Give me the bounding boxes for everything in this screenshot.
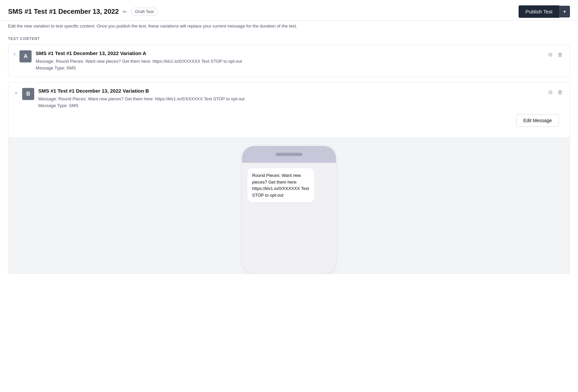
variation-b-copy-button[interactable]: ⧉ [547,88,553,97]
phone-preview-container: Round Pieces: Want new pieces? Get them … [8,138,570,274]
variation-b-title: SMS #1 Test #1 December 13, 2022 Variati… [38,88,542,94]
publish-test-button[interactable]: Publish Test [519,5,559,18]
variation-b-toggle[interactable]: ⌄ [14,89,18,95]
variation-b-body: Edit Message Round Pieces: Want new piec… [8,114,570,274]
variation-b-edit-row: Edit Message [8,114,570,138]
page-subtitle: Edit the new variation to test specific … [0,21,578,34]
variation-card-a: › A SMS #1 Test #1 December 13, 2022 Var… [8,45,570,77]
variation-a-delete-button[interactable]: 🗑 [556,50,564,59]
variation-b-info: SMS #1 Test #1 December 13, 2022 Variati… [38,88,542,109]
message-bubble: Round Pieces: Want new pieces? Get them … [247,168,315,202]
variation-a-header: › A SMS #1 Test #1 December 13, 2022 Var… [8,45,570,77]
publish-dropdown-button[interactable]: ▾ [559,6,570,17]
variation-b-message1: Message: Round Pieces: Want new pieces? … [38,96,542,102]
header-left: SMS #1 Test #1 December 13, 2022 ✏ Draft… [8,8,158,15]
variation-a-avatar: A [19,50,32,62]
variation-b-delete-button[interactable]: 🗑 [556,88,564,97]
variation-a-copy-button[interactable]: ⧉ [547,50,553,59]
variation-b-avatar: B [22,88,34,100]
variation-a-message1: Message: Round Pieces: Want new pieces? … [36,58,542,65]
variation-a-actions: ⧉ 🗑 [547,50,564,59]
header-actions: Publish Test ▾ [519,5,570,18]
variation-a-info: SMS #1 Test #1 December 13, 2022 Variati… [36,50,542,71]
variation-b-header: ⌄ B SMS #1 Test #1 December 13, 2022 Var… [8,83,570,114]
variation-a-message2: Message Type: SMS [36,65,542,71]
variation-b-actions: ⧉ 🗑 [547,88,564,97]
edit-message-button[interactable]: Edit Message [516,114,559,127]
variation-a-title: SMS #1 Test #1 December 13, 2022 Variati… [36,50,542,56]
phone-notch [276,153,302,156]
section-label: TEST CONTENT [0,34,578,45]
page-header: SMS #1 Test #1 December 13, 2022 ✏ Draft… [0,0,578,21]
page-title: SMS #1 Test #1 December 13, 2022 [8,8,119,15]
content-area: › A SMS #1 Test #1 December 13, 2022 Var… [0,45,578,274]
variation-card-b: ⌄ B SMS #1 Test #1 December 13, 2022 Var… [8,82,570,274]
variation-b-message2: Message Type: SMS [38,102,542,109]
phone-screen: Round Pieces: Want new pieces? Get them … [242,163,336,274]
phone-frame: Round Pieces: Want new pieces? Get them … [242,146,336,274]
variation-a-toggle[interactable]: › [14,51,15,57]
draft-badge: Draft Test [131,8,158,15]
edit-title-icon[interactable]: ✏ [123,9,127,14]
